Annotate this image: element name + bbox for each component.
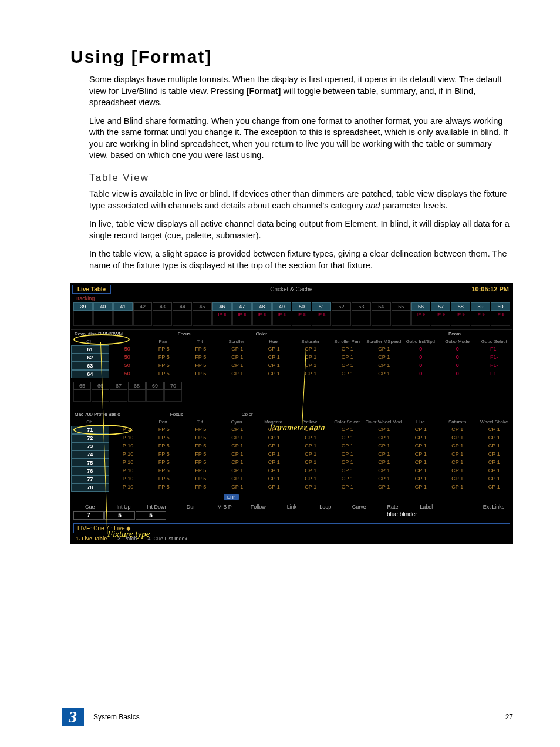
data-cell: CP 1 xyxy=(256,483,293,492)
channel-num[interactable]: 42 xyxy=(133,302,153,311)
channel-num[interactable]: 54 xyxy=(372,302,391,311)
page-heading: Using [Format] xyxy=(70,47,513,67)
data-cell: CP 1 xyxy=(439,475,476,483)
cue-header: Dur xyxy=(174,503,207,511)
data-cell: CP 1 xyxy=(476,483,513,492)
channel-num[interactable]: 68 xyxy=(128,382,146,390)
channel-cell[interactable]: 72 xyxy=(71,434,109,442)
data-cell: FP 5 xyxy=(146,450,183,459)
channel-cell[interactable]: 76 xyxy=(71,467,109,475)
channel-num[interactable]: 65 xyxy=(73,382,91,390)
channel-cell[interactable]: 75 xyxy=(71,459,109,467)
data-cell: 0 xyxy=(439,345,476,354)
channel-num[interactable]: 43 xyxy=(153,302,172,311)
channel-num[interactable]: 41 xyxy=(113,302,133,311)
data-cell: CP 1 xyxy=(219,483,256,492)
channel-num[interactable]: 45 xyxy=(193,302,212,311)
paragraph-1: Some displays have multiple formats. Whe… xyxy=(89,74,513,109)
channel-body: IP 9 xyxy=(491,311,510,326)
category-label xyxy=(371,410,406,418)
footer-tab-patch[interactable]: 3. Patch xyxy=(117,536,137,541)
data-cell: FP 5 xyxy=(183,362,220,370)
channel-num[interactable]: 50 xyxy=(292,302,311,311)
data-cell: F1- xyxy=(476,354,513,362)
data-cell: FP 5 xyxy=(183,370,220,378)
channel-num[interactable]: 47 xyxy=(232,302,252,311)
channel-num[interactable]: 55 xyxy=(392,302,411,311)
channel-cell[interactable]: 61 xyxy=(71,345,109,354)
data-cell: FP 5 xyxy=(183,345,220,354)
footer-tab-live[interactable]: 1. Live Table xyxy=(76,536,107,541)
data-cell: CP 1 xyxy=(219,370,256,378)
channel-num[interactable]: 44 xyxy=(173,302,192,311)
channel-num[interactable]: 52 xyxy=(332,302,351,311)
category-label xyxy=(204,330,242,338)
data-cell: CP 1 xyxy=(292,354,329,362)
channel-num[interactable]: 69 xyxy=(146,382,164,390)
param-header: Ch xyxy=(71,418,108,426)
data-cell: CP 1 xyxy=(256,459,293,467)
channel-num[interactable]: 48 xyxy=(252,302,272,311)
category-label xyxy=(474,330,512,338)
channel-num[interactable]: 67 xyxy=(110,382,127,390)
channel-num[interactable]: 53 xyxy=(352,302,371,311)
channel-cell[interactable]: 63 xyxy=(71,362,109,370)
fixture-name: Revolution RWM/RWM xyxy=(71,330,126,338)
category-label xyxy=(123,410,158,418)
channel-strip-1: 39-40-41-4243444546IP 847IP 848IP 849IP … xyxy=(71,302,512,326)
channel-cell[interactable]: 62 xyxy=(71,354,109,362)
channel-num[interactable]: 40 xyxy=(93,302,113,311)
channel-num[interactable]: 58 xyxy=(451,302,470,311)
data-cell: FP 5 xyxy=(146,426,183,434)
data-cell: CP 1 xyxy=(366,467,403,475)
channel-body: IP 9 xyxy=(451,311,470,326)
channel-cell[interactable]: 71 xyxy=(71,426,109,434)
data-cell: CP 1 xyxy=(403,426,440,434)
channel-num[interactable]: 60 xyxy=(491,302,510,311)
section2-rows: 71IP 10FP 5FP 5CP 1CP 1CP 1CP 1CP 1CP 1C… xyxy=(71,426,512,492)
data-cell: FP 5 xyxy=(146,354,183,362)
channel-num[interactable]: 51 xyxy=(312,302,331,311)
cue-header: Int Down xyxy=(141,503,174,511)
table-row: 6350FP 5FP 5CP 1CP 1CP 1CP 1CP 100F1- xyxy=(71,362,512,370)
data-cell: IP 10 xyxy=(109,434,146,442)
param-header: Gobo Mode xyxy=(439,338,476,345)
data-cell: 50 xyxy=(109,354,146,362)
data-cell: CP 1 xyxy=(366,345,403,354)
footer-tab-cuelist[interactable]: 4. Cue List Index xyxy=(147,536,187,541)
data-cell: 0 xyxy=(403,345,440,354)
category-label xyxy=(358,330,397,338)
channel-num[interactable]: 70 xyxy=(164,382,182,390)
channel-cell[interactable]: 78 xyxy=(71,483,109,492)
data-cell: CP 1 xyxy=(476,434,513,442)
page-footer: 3 System Basics 27 xyxy=(0,708,513,726)
channel-num[interactable]: 57 xyxy=(431,302,450,311)
section1-cats: Revolution RWM/RWMFocusColorBeam xyxy=(71,329,512,338)
cue-header: Rate xyxy=(376,503,409,511)
data-cell: CP 1 xyxy=(219,467,256,475)
channel-cell[interactable]: 77 xyxy=(71,475,109,483)
data-cell: CP 1 xyxy=(366,426,403,434)
tab-live-table[interactable]: Live Table xyxy=(72,285,111,294)
data-cell: CP 1 xyxy=(476,475,513,483)
channel-num[interactable]: 39 xyxy=(73,302,93,311)
channel-num[interactable]: 59 xyxy=(471,302,490,311)
channel-cell[interactable]: 74 xyxy=(71,450,109,459)
channel-cell[interactable]: 73 xyxy=(71,442,109,450)
command-line[interactable]: LIVE: Cue 7 : Live ◆ xyxy=(73,523,510,533)
data-cell: IP 10 xyxy=(109,483,146,492)
footer-section-name: System Basics xyxy=(93,713,505,721)
data-cell: CP 1 xyxy=(256,442,293,450)
footer-page-number: 27 xyxy=(505,713,513,721)
channel-num[interactable]: 46 xyxy=(212,302,232,311)
channel-num[interactable]: 49 xyxy=(272,302,292,311)
data-cell: CP 1 xyxy=(366,370,403,378)
channel-num[interactable]: 66 xyxy=(92,382,109,390)
data-cell: 0 xyxy=(403,370,440,378)
p3b: parameter levels. xyxy=(380,201,447,210)
channel-cell[interactable]: 64 xyxy=(71,370,109,378)
category-label xyxy=(477,410,512,418)
table-row: 71IP 10FP 5FP 5CP 1CP 1CP 1CP 1CP 1CP 1C… xyxy=(71,426,512,434)
param-header: Ch xyxy=(71,338,108,345)
channel-num[interactable]: 56 xyxy=(411,302,431,311)
